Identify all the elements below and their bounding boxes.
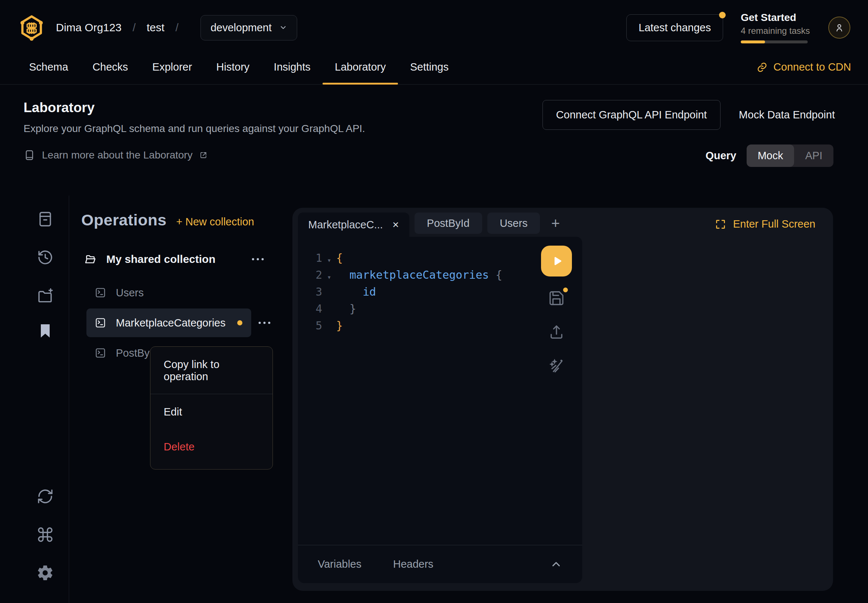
editor-tab-postbyid[interactable]: PostById	[415, 212, 482, 234]
code-text: {	[336, 252, 343, 268]
code-text: marketplaceCategories {	[336, 268, 503, 285]
fold-arrow-icon[interactable]: ▾	[322, 252, 336, 268]
operation-icon	[94, 317, 106, 329]
get-started-widget[interactable]: Get Started 4 remaining tasks	[741, 12, 811, 43]
operations-panel: Operations + New collection My shared co…	[69, 195, 292, 369]
collection-header[interactable]: My shared collection	[69, 253, 292, 266]
code-token	[336, 285, 363, 298]
editor-toolbar	[541, 246, 572, 391]
headers-tab[interactable]: Headers	[393, 558, 434, 570]
breadcrumb-separator: /	[175, 21, 178, 34]
code-token	[336, 268, 350, 281]
command-icon[interactable]	[36, 526, 54, 543]
menu-item-delete[interactable]: Delete	[150, 429, 272, 464]
operations-title: Operations	[81, 211, 167, 229]
laboratory-workbench: Enter Full Screen MarketplaceC...×PostBy…	[292, 208, 833, 591]
query-editor[interactable]: 1▾{2▾ marketplaceCategories {3 id4 }5}	[298, 237, 582, 545]
new-tab-button[interactable]: +	[545, 212, 566, 234]
save-operation-button[interactable]	[548, 290, 565, 307]
operation-item-marketplacecategories[interactable]: MarketplaceCategories	[87, 308, 251, 337]
line-number: 4	[308, 302, 322, 319]
code-text: }	[336, 302, 356, 319]
nav-tab-schema[interactable]: Schema	[17, 50, 80, 84]
connect-to-cdn-link[interactable]: Connect to CDN	[757, 61, 851, 73]
archive-icon[interactable]	[36, 210, 54, 228]
primary-nav: SchemaChecksExplorerHistoryInsightsLabor…	[0, 50, 868, 85]
gear-icon[interactable]	[36, 564, 54, 582]
collection-name: My shared collection	[106, 253, 215, 266]
nav-tab-explorer[interactable]: Explorer	[140, 50, 204, 84]
query-toggle-option-api[interactable]: API	[794, 144, 834, 167]
breadcrumb: Dima Org123 / test /	[56, 21, 189, 34]
prettify-button[interactable]	[548, 357, 565, 374]
history-icon[interactable]	[36, 249, 54, 266]
query-toggle-label: Query	[706, 150, 736, 162]
nav-tab-settings[interactable]: Settings	[398, 50, 461, 84]
code-text: id	[336, 285, 376, 302]
menu-item-edit[interactable]: Edit	[150, 394, 272, 429]
collection-menu-button[interactable]	[250, 256, 266, 263]
operation-item-users[interactable]: Users	[87, 278, 251, 307]
code-token: }	[350, 302, 356, 315]
fold-spacer	[322, 319, 336, 336]
user-avatar[interactable]	[828, 17, 850, 39]
enter-fullscreen-button[interactable]: Enter Full Screen	[715, 218, 815, 230]
connect-endpoint-button[interactable]: Connect GraphQL API Endpoint	[543, 100, 721, 130]
folder-plus-icon[interactable]	[36, 288, 54, 305]
link-icon	[757, 62, 767, 73]
code-line: 1▾{	[298, 252, 582, 268]
operation-label: Users	[116, 287, 144, 299]
new-collection-button[interactable]: + New collection	[176, 216, 254, 228]
broom-sparkles-icon	[548, 357, 566, 375]
learn-more-label: Learn more about the Laboratory	[42, 149, 192, 161]
code-line: 2▾ marketplaceCategories {	[298, 268, 582, 285]
close-tab-icon[interactable]: ×	[393, 219, 399, 230]
breadcrumb-project[interactable]: test	[147, 21, 164, 34]
book-icon	[23, 149, 35, 161]
code-line: 5}	[298, 319, 582, 336]
collapse-footer-chevron[interactable]	[550, 558, 562, 571]
nav-tab-history[interactable]: History	[204, 50, 261, 84]
operation-icon	[94, 347, 106, 359]
latest-changes-label: Latest changes	[639, 22, 711, 34]
query-toggle-option-mock[interactable]: Mock	[747, 144, 794, 167]
editor-footer: Variables Headers	[298, 545, 582, 583]
hive-logo[interactable]	[18, 14, 46, 42]
line-number: 1	[308, 252, 322, 268]
query-mode-toggle[interactable]: MockAPI	[747, 144, 834, 167]
latest-changes-button[interactable]: Latest changes	[627, 14, 723, 41]
unsaved-dot	[237, 320, 242, 325]
target-dropdown[interactable]: development	[200, 15, 297, 40]
breadcrumb-org[interactable]: Dima Org123	[56, 21, 121, 34]
run-query-button[interactable]	[541, 246, 572, 277]
operation-label: MarketplaceCategories	[116, 317, 226, 329]
editor-tab-marketplacec[interactable]: MarketplaceC...×	[298, 212, 409, 237]
page-title: Laboratory	[23, 100, 365, 116]
editor-tab-label: PostById	[427, 217, 470, 229]
learn-more-link[interactable]: Learn more about the Laboratory	[23, 149, 365, 161]
nav-tab-insights[interactable]: Insights	[261, 50, 323, 84]
get-started-title: Get Started	[741, 12, 811, 23]
operation-menu-button[interactable]	[256, 320, 272, 326]
fold-arrow-icon[interactable]: ▾	[322, 268, 336, 285]
nav-tab-laboratory[interactable]: Laboratory	[323, 50, 398, 84]
enter-fullscreen-label: Enter Full Screen	[733, 218, 815, 230]
mock-endpoint-button[interactable]: Mock Data Endpoint	[739, 109, 835, 121]
menu-item-copy-link-to-operation[interactable]: Copy link to operation	[150, 347, 272, 394]
save-icon	[548, 290, 565, 307]
nav-tab-checks[interactable]: Checks	[80, 50, 140, 84]
code-token: }	[336, 319, 343, 332]
person-icon	[834, 22, 845, 33]
refresh-icon[interactable]	[36, 487, 54, 505]
code-token: id	[363, 285, 376, 298]
bookmark-icon[interactable]	[36, 322, 54, 340]
unsaved-dot	[563, 288, 568, 292]
editor-tab-label: Users	[500, 217, 528, 229]
operation-row: MarketplaceCategories	[69, 308, 292, 337]
code-text: }	[336, 319, 343, 336]
editor-tab-users[interactable]: Users	[487, 212, 540, 234]
share-operation-button[interactable]	[548, 323, 565, 340]
fullscreen-icon	[715, 218, 726, 230]
variables-tab[interactable]: Variables	[318, 558, 362, 570]
page-header: Laboratory Explore your GraphQL schema a…	[0, 85, 868, 167]
